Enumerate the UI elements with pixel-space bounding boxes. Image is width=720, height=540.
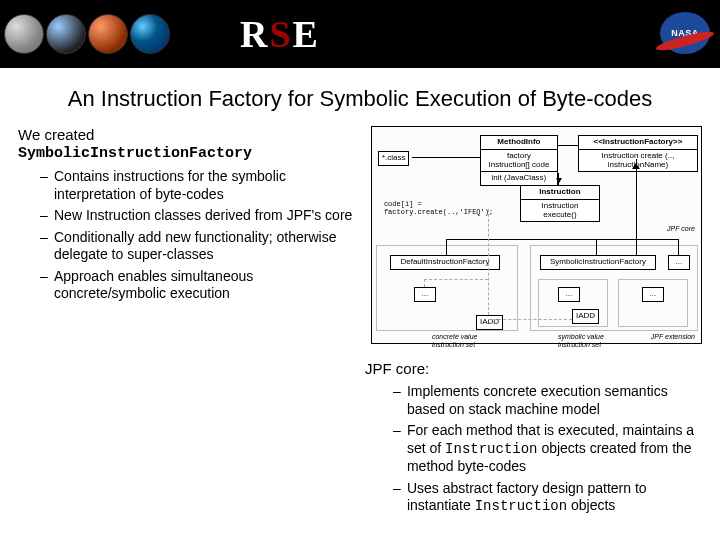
line — [558, 145, 578, 146]
jpf-ext-label: JPF extension — [651, 333, 695, 341]
rse-r: R — [240, 13, 269, 55]
dashed-line — [424, 279, 425, 287]
line — [446, 239, 447, 255]
symbolic-factory-box: SymbolicInstructionFactory — [540, 255, 656, 270]
slide-title: An Instruction Factory for Symbolic Exec… — [10, 86, 710, 112]
lower-section: JPF core: Implements concrete execution … — [0, 344, 720, 520]
ellipsis-factory-box: ... — [668, 255, 690, 270]
line — [412, 157, 480, 158]
default-factory-box: DefaultInstructionFactory — [390, 255, 500, 270]
dots-box-1: ... — [414, 287, 436, 302]
slide-body: We created SymbolicInstructionFactory Co… — [0, 126, 720, 344]
dots-box-2: ... — [558, 287, 580, 302]
class-name: SymbolicInstructionFactory — [18, 145, 365, 162]
dots-box-3: ... — [642, 287, 664, 302]
symbolic-label: symbolic value instruction set — [558, 333, 604, 348]
rse-logo: RSE — [240, 12, 320, 56]
line — [596, 239, 597, 255]
nasa-text: NASA — [671, 28, 699, 38]
jpf-core-label: JPF core — [667, 225, 695, 233]
lower-spacer — [18, 354, 365, 520]
bullet-text: Implements concrete execution semantics … — [407, 383, 668, 417]
iadd-box-2: IADD — [572, 309, 599, 324]
earth-icon — [130, 14, 170, 54]
dashed-line — [488, 209, 489, 315]
left-bullet-list: Contains instructions for the symbolic i… — [18, 168, 365, 303]
planet-row — [4, 14, 170, 54]
nasa-logo-icon: NASA — [660, 12, 710, 54]
bullet-item: Conditionally add new functionality; oth… — [40, 229, 365, 264]
jpf-core-heading: JPF core: — [365, 360, 702, 377]
line — [678, 239, 679, 255]
architecture-diagram: *.class MethodInfo factory Instruction[]… — [371, 126, 702, 344]
methodinfo-title: MethodInfo — [497, 137, 540, 146]
code-line2: factory.create(..,'IFEQ'); — [384, 209, 493, 217]
dashed-line — [424, 279, 488, 280]
methodinfo-line2: Instruction[] code — [484, 161, 554, 170]
bullet-text: objects — [567, 497, 615, 513]
bullet-item: Approach enables simultaneous concrete/s… — [40, 268, 365, 303]
moon-icon — [4, 14, 44, 54]
instrfactory-stereo: <<InstructionFactory>> — [593, 137, 682, 146]
dashed-line — [488, 319, 572, 320]
bullet-item: Contains instructions for the symbolic i… — [40, 168, 365, 203]
lower-bullet-list: Implements concrete execution semantics … — [365, 383, 702, 516]
instruction-box: Instruction Instruction execute() — [520, 185, 600, 222]
instruction-title: Instruction — [539, 187, 580, 196]
intro-text: We created — [18, 126, 365, 143]
bullet-item: New Instruction classes derived from JPF… — [40, 207, 365, 225]
concrete-label: concrete value instruction set — [432, 333, 478, 348]
line — [446, 239, 678, 240]
line — [636, 159, 637, 255]
bullet-item: Implements concrete execution semantics … — [393, 383, 702, 418]
rse-e: E — [293, 13, 320, 55]
tri-icon — [632, 159, 640, 169]
bullet-item: Uses abstract factory design pattern to … — [393, 480, 702, 516]
methodinfo-box: MethodInfo factory Instruction[] code in… — [480, 135, 558, 186]
instruction-method: Instruction execute() — [524, 202, 596, 220]
slide-header: RSE NASA — [0, 0, 720, 68]
methodinfo-line3: init (JavaClass) — [484, 174, 554, 183]
planet-dark-icon — [46, 14, 86, 54]
arrow — [558, 173, 559, 185]
class-file-box: *.class — [378, 151, 410, 166]
code-snippet: code[i] = factory.create(..,'IFEQ'); — [384, 201, 493, 216]
bullet-code: Instruction — [445, 441, 537, 457]
bullet-code: Instruction — [475, 498, 567, 514]
lower-right: JPF core: Implements concrete execution … — [365, 354, 702, 520]
mars-icon — [88, 14, 128, 54]
rse-s: S — [269, 13, 292, 55]
iadd-box-1: IADD — [476, 315, 503, 330]
left-column: We created SymbolicInstructionFactory Co… — [18, 126, 365, 344]
bullet-item: For each method that is executed, mainta… — [393, 422, 702, 476]
